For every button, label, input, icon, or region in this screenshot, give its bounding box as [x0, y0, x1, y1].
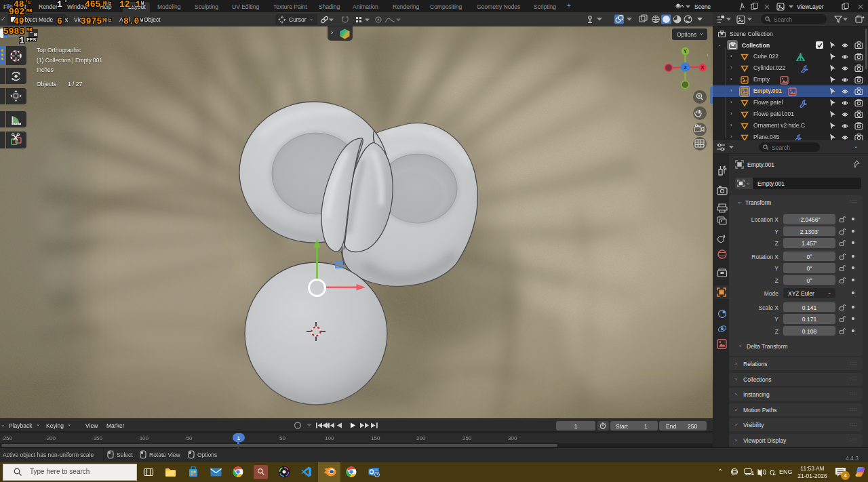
- svg-text:Y: Y: [684, 48, 687, 54]
- svg-text:X: X: [701, 64, 704, 71]
- svg-text:Z: Z: [684, 64, 687, 71]
